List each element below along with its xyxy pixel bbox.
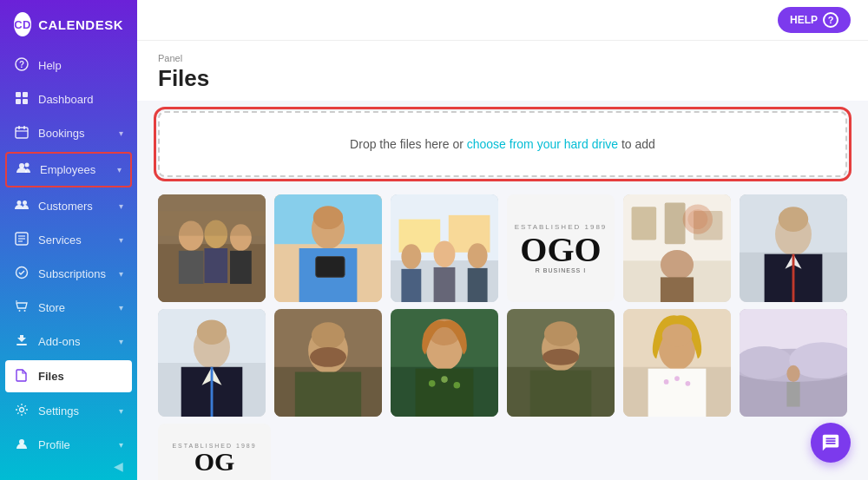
svg-point-85 [429, 380, 436, 387]
svg-point-49 [468, 243, 488, 268]
sidebar-item-label: Settings [38, 404, 79, 418]
sidebar-item-dashboard[interactable]: Dashboard [0, 82, 137, 116]
svg-point-19 [19, 310, 21, 312]
list-item[interactable] [740, 309, 847, 417]
partial-logo-text: OG [194, 449, 235, 475]
svg-point-92 [542, 349, 579, 365]
sidebar-item-settings[interactable]: Settings ▾ [0, 394, 137, 428]
help-question-icon: ? [823, 12, 838, 28]
chevron-down-icon: ▾ [119, 269, 123, 279]
svg-rect-93 [530, 371, 592, 417]
list-item[interactable] [623, 194, 731, 302]
sidebar-item-customers[interactable]: Customers ▾ [0, 189, 137, 223]
sidebar-item-label: Files [38, 370, 64, 383]
svg-point-39 [313, 206, 343, 229]
logo-text: OGO [520, 233, 601, 267]
svg-point-59 [687, 209, 707, 229]
image-grid-row1: ESTABLISHED 1989 OGO R BUSINESS I [137, 187, 868, 309]
sidebar-item-label: Employees [40, 163, 95, 176]
svg-rect-109 [786, 382, 799, 407]
app-logo[interactable]: CD CALENDESK [0, 0, 137, 49]
bookings-icon [14, 125, 30, 141]
sidebar: CD CALENDESK ? Help Dashboard Bookings ▾ [0, 0, 137, 480]
sidebar-item-subscriptions[interactable]: Subscriptions ▾ [0, 257, 137, 291]
svg-rect-6 [16, 128, 28, 138]
chat-button[interactable] [811, 423, 851, 463]
svg-rect-3 [23, 92, 28, 97]
list-item[interactable] [274, 309, 382, 417]
sidebar-item-label: Subscriptions [38, 267, 106, 280]
svg-text:?: ? [19, 60, 24, 69]
sidebar-item-files[interactable]: Files [5, 360, 132, 392]
svg-point-20 [24, 310, 26, 312]
svg-rect-33 [158, 211, 266, 236]
sidebar-item-label: Profile [38, 438, 70, 451]
svg-rect-98 [648, 369, 707, 417]
list-item[interactable] [391, 194, 498, 302]
chevron-down-icon: ▾ [119, 406, 123, 416]
breadcrumb: Panel [158, 53, 847, 63]
list-item[interactable] [507, 309, 615, 417]
file-drop-zone[interactable]: Drop the files here or choose from your … [158, 111, 847, 177]
main-content: HELP ? Panel Files Drop the files here o… [137, 0, 868, 480]
store-icon [14, 299, 30, 316]
sidebar-item-employees[interactable]: Employees ▾ [5, 152, 132, 187]
app-name: CALENDESK [38, 17, 123, 32]
choose-file-link[interactable]: choose from your hard drive [467, 137, 618, 151]
svg-rect-28 [179, 251, 204, 284]
image-grid-row3-partial: ESTABLISHED 1989 OG [137, 424, 868, 480]
list-item[interactable]: ESTABLISHED 1989 OGO R BUSINESS I [507, 194, 615, 302]
image-grid-row2 [137, 309, 868, 424]
dropzone-wrapper: Drop the files here or choose from your … [137, 101, 868, 187]
help-icon: ? [14, 57, 30, 74]
list-item[interactable] [274, 194, 382, 302]
svg-point-12 [17, 201, 22, 205]
svg-point-70 [197, 319, 227, 345]
sidebar-item-addons[interactable]: Add-ons ▾ [0, 325, 137, 358]
sidebar-item-help[interactable]: ? Help [0, 49, 137, 82]
svg-point-91 [544, 321, 577, 346]
svg-point-87 [453, 382, 460, 389]
svg-rect-54 [665, 203, 686, 245]
svg-point-45 [401, 244, 421, 269]
sidebar-item-bookings[interactable]: Bookings ▾ [0, 116, 137, 150]
chevron-down-icon: ▾ [119, 440, 123, 450]
svg-rect-50 [468, 268, 488, 302]
svg-rect-22 [16, 344, 27, 345]
svg-rect-30 [204, 248, 227, 283]
list-item[interactable] [740, 194, 847, 302]
svg-point-13 [23, 201, 27, 205]
svg-rect-53 [632, 207, 657, 240]
addons-icon [14, 333, 30, 350]
list-item[interactable] [158, 194, 266, 302]
chevron-down-icon: ▾ [117, 165, 122, 174]
subscriptions-icon [14, 266, 30, 282]
sidebar-item-label: Dashboard [38, 93, 94, 106]
help-button[interactable]: HELP ? [778, 7, 851, 33]
svg-rect-84 [416, 369, 474, 417]
chevron-down-icon: ▾ [119, 128, 123, 138]
logo-tagline: R BUSINESS I [536, 267, 586, 273]
sidebar-item-profile[interactable]: Profile ▾ [0, 428, 137, 452]
sidebar-item-label: Help [38, 59, 62, 72]
svg-point-108 [786, 365, 799, 382]
chevron-down-icon: ▾ [119, 201, 123, 211]
page-title: Files [158, 65, 847, 92]
list-item[interactable]: ESTABLISHED 1989 OG [158, 424, 271, 480]
sidebar-item-store[interactable]: Store ▾ [0, 291, 137, 325]
svg-point-78 [310, 347, 346, 367]
svg-point-97 [662, 324, 692, 347]
chevron-down-icon: ▾ [119, 337, 123, 346]
settings-icon [14, 403, 30, 419]
svg-point-100 [674, 376, 680, 381]
svg-point-23 [20, 408, 24, 412]
svg-point-47 [434, 240, 456, 267]
list-item[interactable] [391, 309, 498, 417]
svg-rect-38 [316, 257, 345, 278]
list-item[interactable] [158, 309, 266, 417]
logo-icon: CD [14, 12, 31, 36]
sidebar-item-services[interactable]: Services ▾ [0, 223, 137, 257]
sidebar-collapse-icon[interactable]: ◀ [114, 459, 123, 473]
list-item[interactable] [623, 309, 731, 417]
svg-rect-57 [661, 277, 694, 302]
